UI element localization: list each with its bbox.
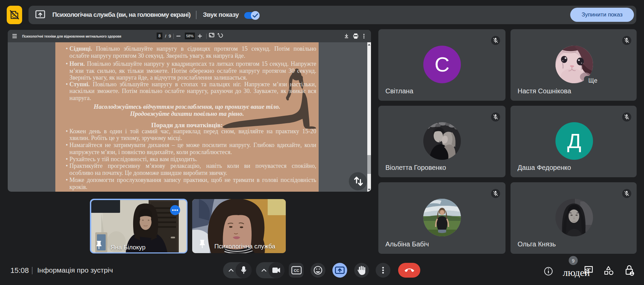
svg-text:CC: CC <box>294 269 299 273</box>
svg-text:9: 9 <box>572 258 575 264</box>
svg-text:людей: людей <box>563 267 590 278</box>
